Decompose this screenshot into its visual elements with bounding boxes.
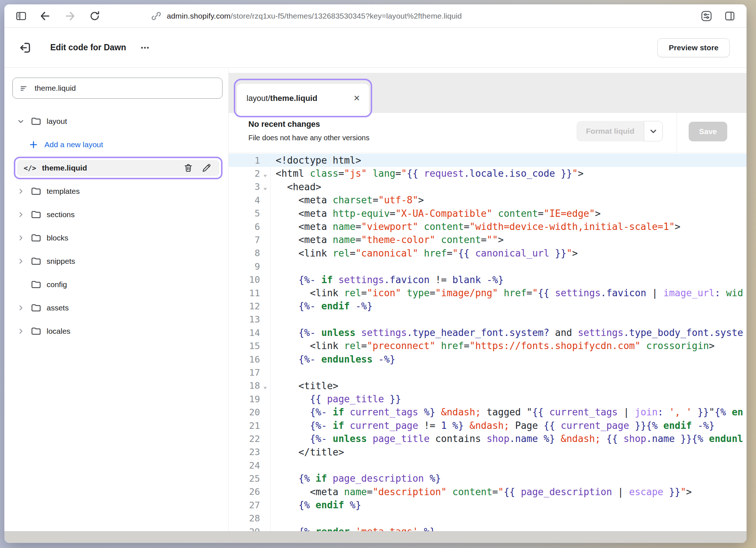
line-number: 11: [249, 288, 260, 298]
fold-toggle-icon[interactable]: ⌄: [263, 383, 267, 389]
code-token: }}: [697, 407, 709, 418]
code-line[interactable]: 4 <meta charset="utf-8">: [229, 193, 747, 207]
code-line[interactable]: 27 {% endif %}: [229, 498, 747, 512]
code-line[interactable]: 14 {%- unless settings.type_header_font.…: [229, 326, 747, 339]
code-line[interactable]: 17: [229, 366, 747, 379]
chevron-right-icon[interactable]: [16, 233, 25, 243]
code-token: :: [714, 287, 720, 298]
fold-slot: [260, 313, 270, 326]
address-bar[interactable]: admin.shopify.com/store/rzq1xu-f5/themes…: [151, 11, 462, 21]
fold-toggle-icon[interactable]: ⌄: [263, 171, 267, 177]
sidebar-toggle-icon[interactable]: [13, 8, 29, 24]
code-line[interactable]: 26 <meta name="description" content="{{ …: [229, 485, 747, 498]
code-line[interactable]: 18⌄ <title>: [229, 379, 747, 392]
sidebar-folder-assets[interactable]: assets: [4, 296, 228, 320]
code-token: [447, 486, 453, 497]
gutter-cell: 15: [229, 339, 271, 352]
sidebar-folder-locales[interactable]: locales: [4, 320, 228, 343]
chevron-right-icon[interactable]: [16, 303, 25, 313]
code-token: [418, 248, 424, 259]
code-text: {%- if current_tags %} &ndash; tagged "{…: [271, 406, 747, 419]
code-token: request: [424, 168, 464, 179]
code-token: [664, 407, 669, 418]
sidebar-folder-config[interactable]: config: [4, 273, 228, 296]
fold-slot: [260, 339, 270, 352]
code-line[interactable]: 3⌄ <head>: [229, 180, 747, 193]
code-line[interactable]: 22 {%- unless page_title contains shop.n…: [229, 432, 747, 445]
code-line[interactable]: 10 {%- if settings.favicon != blank -%}: [229, 273, 747, 286]
gutter-cell: 26: [229, 485, 271, 498]
code-token: =: [355, 221, 361, 232]
code-token: =: [430, 287, 436, 298]
chevron-right-icon[interactable]: [16, 187, 25, 196]
rename-file-icon[interactable]: [200, 162, 213, 174]
code-token: if: [333, 407, 344, 418]
sidebar-folder-blocks[interactable]: blocks: [4, 226, 228, 250]
code-line[interactable]: 2⌄<html class="js" lang="{{ request.loca…: [229, 167, 747, 180]
code-token: "utf-8": [378, 195, 418, 206]
more-menu-button[interactable]: [137, 40, 153, 56]
sidebar-folder-templates[interactable]: templates: [4, 180, 228, 203]
code-token: <meta: [276, 221, 333, 232]
gutter-cell: 6: [229, 220, 271, 233]
gutter-cell: 10: [229, 273, 271, 286]
tab-theme-liquid[interactable]: layout/theme.liquid ✕: [237, 84, 369, 113]
code-line[interactable]: 29 {% render 'meta-tags' %}: [229, 525, 747, 531]
code-line[interactable]: 15 <link rel="preconnect" href="https://…: [229, 339, 747, 352]
code-line[interactable]: 21 {%- if current_page != 1 %} &ndash; P…: [229, 419, 747, 432]
code-line[interactable]: 28: [229, 512, 747, 525]
gutter-cell: 9: [229, 260, 271, 273]
file-item-theme-liquid[interactable]: </> theme.liquid: [17, 160, 219, 176]
chevron-right-icon[interactable]: [16, 210, 25, 219]
add-new-layout-button[interactable]: Add a new layout: [4, 133, 228, 156]
code-line[interactable]: 1<!doctype html>: [229, 154, 747, 167]
exit-editor-icon[interactable]: [17, 40, 34, 56]
chevron-right-icon[interactable]: [16, 326, 25, 336]
code-token: =: [538, 208, 544, 219]
format-liquid-button[interactable]: Format liquid: [576, 121, 644, 141]
tab-close-icon[interactable]: ✕: [354, 94, 360, 103]
search-input[interactable]: [35, 84, 216, 93]
sidebar-folder-sections[interactable]: sections: [4, 203, 228, 226]
code-line[interactable]: 16 {%- endunless -%}: [229, 353, 747, 366]
save-button[interactable]: Save: [689, 122, 727, 141]
code-token: wid: [726, 287, 743, 298]
code-line[interactable]: 13: [229, 313, 747, 326]
fold-toggle-icon[interactable]: ⌄: [263, 184, 267, 190]
back-button-icon[interactable]: [37, 8, 53, 24]
page-settings-icon[interactable]: [698, 8, 714, 24]
line-number: 2: [255, 168, 260, 179]
chevron-down-icon[interactable]: [16, 117, 25, 126]
delete-file-icon[interactable]: [182, 162, 194, 174]
gutter-cell: 16: [229, 353, 271, 366]
reload-icon[interactable]: [87, 8, 103, 24]
sidebar-folder-layout[interactable]: layout: [4, 110, 228, 133]
code-line[interactable]: 7 <meta name="theme-color" content="">: [229, 233, 747, 246]
code-line[interactable]: 12 {%- endif -%}: [229, 300, 747, 313]
line-number: 14: [249, 328, 260, 338]
code-line[interactable]: 24: [229, 459, 747, 472]
file-search-box[interactable]: [12, 78, 223, 99]
editor-column: layout/theme.liquid ✕ No recent changes …: [229, 68, 747, 531]
code-line[interactable]: 11 <link rel="icon" type="image/png" hre…: [229, 286, 747, 300]
code-token: canonical_url: [475, 248, 550, 259]
code-line[interactable]: 8 <link rel="canonical" href="{{ canonic…: [229, 247, 747, 260]
sidebar-folder-snippets[interactable]: snippets: [4, 250, 228, 273]
code-area[interactable]: 1<!doctype html>2⌄<html class="js" lang=…: [229, 153, 747, 531]
code-line[interactable]: 5 <meta http-equiv="X-UA-Compatible" con…: [229, 207, 747, 220]
chevron-right-icon[interactable]: [16, 257, 25, 266]
split-view-icon[interactable]: [722, 8, 738, 24]
code-token: [350, 301, 356, 312]
code-line[interactable]: 9: [229, 260, 747, 273]
forward-button-icon[interactable]: [62, 8, 78, 24]
preview-store-button[interactable]: Preview store: [657, 38, 730, 57]
code-line[interactable]: 23 </title>: [229, 446, 747, 459]
folder-label: locales: [47, 327, 70, 336]
code-line[interactable]: 6 <meta name="viewport" content="width=d…: [229, 220, 747, 233]
code-line[interactable]: 25 {% if page_description %}: [229, 472, 747, 485]
format-liquid-dropdown[interactable]: [644, 121, 663, 141]
code-line[interactable]: 19 {{ page_title }}: [229, 392, 747, 406]
gutter-cell: 27: [229, 498, 271, 512]
code-token: <link: [276, 248, 333, 259]
code-line[interactable]: 20 {%- if current_tags %} &ndash; tagged…: [229, 406, 747, 419]
